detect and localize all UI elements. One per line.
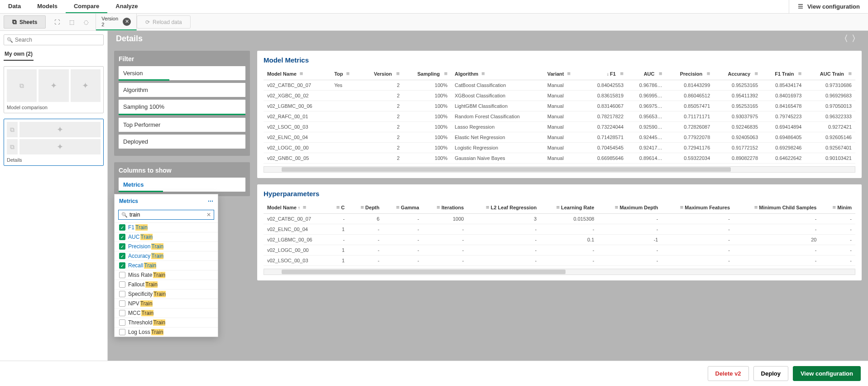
column-header[interactable]: Top xyxy=(331,68,361,80)
reload-data-button[interactable]: ⟳ Reload data xyxy=(137,15,191,29)
tab-models[interactable]: Models xyxy=(29,0,66,13)
column-menu-icon[interactable] xyxy=(567,70,572,77)
column-header[interactable]: Minimum Child Samples xyxy=(734,201,820,214)
metric-option-threshold-train[interactable]: Threshold Train xyxy=(115,318,218,327)
checkbox-icon[interactable]: ✓ xyxy=(119,234,125,240)
column-header[interactable]: Gamma xyxy=(383,201,423,214)
column-header[interactable]: Maximum Depth xyxy=(598,201,662,214)
filter-item-sampling-100-[interactable]: Sampling 100% xyxy=(119,100,245,115)
column-header[interactable]: Learning Rate xyxy=(540,201,598,214)
checkbox-icon[interactable] xyxy=(119,281,125,288)
column-menu-icon[interactable] xyxy=(303,204,307,211)
sheet-search[interactable] xyxy=(4,34,104,45)
table-row[interactable]: v02_CATBC_00_07Yes2100%CatBoost Classifi… xyxy=(264,80,855,91)
clear-search-icon[interactable]: ✕ xyxy=(206,212,211,218)
table-row[interactable]: v02_RAFC_00_012100%Random Forest Classif… xyxy=(264,111,855,122)
model-metrics-hscroll[interactable] xyxy=(264,166,855,173)
column-menu-icon[interactable] xyxy=(346,70,351,77)
metric-option-mcc-train[interactable]: MCC Train xyxy=(115,308,218,318)
metric-option-auc-train[interactable]: ✓AUC Train xyxy=(115,232,218,241)
sheet-thumb-details[interactable]: Details xyxy=(4,119,104,166)
version-tab[interactable]: Version 2 ✕ xyxy=(96,14,137,30)
checkbox-icon[interactable] xyxy=(119,319,125,326)
column-header[interactable]: Maximum Features xyxy=(662,201,734,214)
metric-option-fallout-train[interactable]: Fallout Train xyxy=(115,280,218,289)
table-row[interactable]: v02_LOGC_00_001--------- xyxy=(264,245,855,256)
column-header[interactable]: Precision xyxy=(666,68,714,80)
checkbox-icon[interactable]: ✓ xyxy=(119,243,125,250)
column-header[interactable]: Model Name xyxy=(264,201,326,214)
column-header[interactable]: Variant xyxy=(544,68,584,80)
view-configuration-button[interactable]: View configuration xyxy=(793,366,861,381)
tab-analyze[interactable]: Analyze xyxy=(107,0,146,13)
metric-option-accuracy-train[interactable]: ✓Accuracy Train xyxy=(115,251,218,261)
filter-item-version[interactable]: Version xyxy=(119,66,245,80)
prev-sheet-icon[interactable]: 〈 xyxy=(840,33,848,44)
column-header[interactable]: Accuracy xyxy=(714,68,762,80)
column-header[interactable]: Version xyxy=(361,68,403,80)
table-row[interactable]: v02_ELNC_00_042100%Elastic Net Regressio… xyxy=(264,132,855,143)
sheets-button[interactable]: Sheets xyxy=(4,15,46,29)
metrics-more-icon[interactable] xyxy=(208,198,213,204)
metric-option-precision-train[interactable]: ✓Precision Train xyxy=(115,241,218,251)
metric-option-recall-train[interactable]: ✓Recall Train xyxy=(115,261,218,270)
column-menu-icon[interactable] xyxy=(395,70,400,77)
table-row[interactable]: v02_XGBC_00_022100%XGBoost Classificatio… xyxy=(264,91,855,101)
metric-option-miss-rate-train[interactable]: Miss Rate Train xyxy=(115,270,218,280)
table-row[interactable]: v02_LSOC_00_032100%Lasso RegressionManua… xyxy=(264,122,855,132)
selection-tool-3-icon[interactable]: ◌ xyxy=(80,16,92,28)
next-sheet-icon[interactable]: 〉 xyxy=(852,33,860,44)
column-header[interactable]: F1 xyxy=(584,68,627,80)
checkbox-icon[interactable]: ✓ xyxy=(119,224,125,231)
checkbox-icon[interactable] xyxy=(119,329,125,335)
column-header[interactable]: Minim xyxy=(820,201,855,214)
column-menu-icon[interactable] xyxy=(443,70,447,77)
column-menu-icon[interactable] xyxy=(679,204,683,211)
close-version-icon[interactable]: ✕ xyxy=(123,18,131,26)
filter-item-deployed[interactable]: Deployed xyxy=(119,135,245,149)
column-menu-icon[interactable] xyxy=(831,204,836,211)
checkbox-icon[interactable] xyxy=(119,310,125,316)
metric-option-log-loss-train[interactable]: Log Loss Train xyxy=(115,327,218,337)
table-row[interactable]: v02_CATBC_00_07-6-100030.015308---- xyxy=(264,214,855,224)
checkbox-icon[interactable] xyxy=(119,291,125,297)
column-menu-icon[interactable] xyxy=(436,204,440,211)
view-configuration-top[interactable]: View configuration xyxy=(789,0,868,13)
column-menu-icon[interactable] xyxy=(555,204,560,211)
selection-tool-1-icon[interactable]: ⛶ xyxy=(51,16,63,28)
table-row[interactable]: v02_LSOC_00_031--------- xyxy=(264,256,855,266)
column-menu-icon[interactable] xyxy=(614,204,618,211)
metrics-search[interactable]: ✕ xyxy=(118,210,214,220)
hyperparams-hscroll[interactable] xyxy=(264,269,855,275)
checkbox-icon[interactable]: ✓ xyxy=(119,262,125,269)
column-header[interactable]: Sampling xyxy=(403,68,451,80)
tab-data[interactable]: Data xyxy=(0,0,29,13)
metric-option-npv-train[interactable]: NPV Train xyxy=(115,299,218,308)
metric-option-specificity-train[interactable]: Specificity Train xyxy=(115,289,218,299)
column-header[interactable]: C xyxy=(326,201,348,214)
delete-button[interactable]: Delete v2 xyxy=(708,366,749,381)
table-row[interactable]: v02_LGBMC_00_062100%LightGBM Classificat… xyxy=(264,101,855,111)
tab-compare[interactable]: Compare xyxy=(66,0,107,13)
column-header[interactable]: Algorithm xyxy=(451,68,544,80)
column-menu-icon[interactable] xyxy=(481,70,486,77)
table-row[interactable]: v02_ELNC_00_041--------- xyxy=(264,224,855,235)
column-menu-icon[interactable] xyxy=(753,70,758,77)
column-header[interactable]: Iterations xyxy=(423,201,468,214)
table-row[interactable]: v02_LGBMC_00_06-----0.1-1-20- xyxy=(264,235,855,245)
column-menu-icon[interactable] xyxy=(335,204,340,211)
column-menu-icon[interactable] xyxy=(705,70,710,77)
column-menu-icon[interactable] xyxy=(300,70,304,77)
sheet-thumb-model-comparison[interactable]: Model comparison xyxy=(4,66,104,113)
column-menu-icon[interactable] xyxy=(797,70,801,77)
column-menu-icon[interactable] xyxy=(360,204,364,211)
metrics-search-input[interactable] xyxy=(129,212,205,218)
checkbox-icon[interactable] xyxy=(119,300,125,307)
filter-item-top-performer[interactable]: Top Performer xyxy=(119,118,245,132)
sheet-search-input[interactable] xyxy=(15,37,101,43)
column-header[interactable]: L2 Leaf Regression xyxy=(467,201,540,214)
column-menu-icon[interactable] xyxy=(847,70,852,77)
myown-tab[interactable]: My own (2) xyxy=(4,48,34,61)
checkbox-icon[interactable] xyxy=(119,272,125,278)
deploy-button[interactable]: Deploy xyxy=(753,366,788,381)
